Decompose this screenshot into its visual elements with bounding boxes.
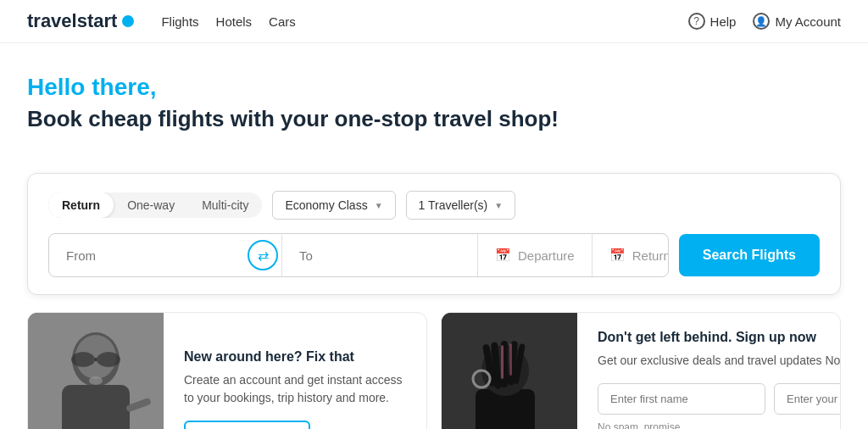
departure-calendar-icon: 📅 — [495, 248, 511, 263]
nav: Flights Hotels Cars — [161, 14, 295, 29]
svg-rect-17 — [501, 345, 504, 379]
help-button[interactable]: ? Help — [688, 13, 737, 30]
class-dropdown[interactable]: Economy Class ▼ — [272, 191, 395, 220]
svg-point-5 — [97, 352, 120, 367]
search-top: Return One-way Multi-city Economy Class … — [48, 191, 820, 220]
swap-icon: ⇄ — [258, 248, 269, 264]
no-spam-text: No spam, promise — [598, 421, 841, 429]
return-label: Return — [632, 248, 669, 263]
header-left: travelstart Flights Hotels Cars — [27, 10, 296, 32]
svg-point-7 — [89, 376, 103, 385]
travellers-chevron-icon: ▼ — [494, 201, 503, 210]
first-name-input[interactable] — [598, 383, 765, 415]
hero-greeting: Hello there, — [27, 74, 841, 101]
svg-point-4 — [71, 352, 95, 367]
search-row: ⇄ 📅 Departure 📅 Return Search Flights — [48, 233, 820, 277]
new-user-card-desc: Create an account and get instant access… — [184, 371, 406, 407]
logo-dot — [122, 15, 134, 27]
nav-cars[interactable]: Cars — [269, 14, 296, 29]
help-icon: ? — [688, 13, 705, 30]
email-input[interactable] — [774, 383, 841, 415]
svg-rect-2 — [62, 385, 130, 429]
trip-type-multicity[interactable]: Multi-city — [188, 192, 262, 218]
return-calendar-icon: 📅 — [609, 248, 626, 263]
from-input[interactable] — [49, 235, 244, 276]
account-icon: 👤 — [753, 13, 770, 30]
nav-hotels[interactable]: Hotels — [216, 14, 253, 29]
class-label: Economy Class — [285, 198, 367, 212]
search-flights-button[interactable]: Search Flights — [679, 234, 820, 276]
travellers-dropdown[interactable]: 1 Traveller(s) ▼ — [406, 191, 516, 220]
search-box: Return One-way Multi-city Economy Class … — [27, 173, 841, 295]
swap-button[interactable]: ⇄ — [248, 240, 278, 270]
signup-card-desc: Get our exclusive deals and travel updat… — [598, 352, 841, 370]
trip-type-return[interactable]: Return — [48, 192, 114, 218]
new-user-card-image — [28, 313, 164, 429]
cards-section: New around here? Fix that Create an acco… — [27, 312, 841, 429]
hero-section: Hello there, Book cheap flights with you… — [0, 43, 868, 173]
logo-text: travelstart — [27, 10, 117, 32]
new-user-card-content: New around here? Fix that Create an acco… — [164, 313, 426, 429]
departure-field[interactable]: 📅 Departure — [477, 234, 592, 276]
create-account-button[interactable]: Create account — [184, 421, 310, 429]
signup-card: Don't get left behind. Sign up now Get o… — [441, 312, 841, 429]
class-chevron-icon: ▼ — [375, 201, 383, 210]
new-user-card-title: New around here? Fix that — [184, 349, 406, 365]
new-user-card: New around here? Fix that Create an acco… — [27, 312, 427, 429]
help-label: Help — [710, 14, 737, 29]
account-label: My Account — [775, 14, 841, 29]
trip-type-oneway[interactable]: One-way — [114, 192, 188, 218]
hero-tagline: Book cheap flights with your one-stop tr… — [27, 106, 841, 132]
header: travelstart Flights Hotels Cars ? Help 👤… — [0, 0, 868, 43]
person1-illustration — [28, 313, 164, 429]
svg-rect-18 — [509, 343, 512, 376]
person2-illustration — [442, 313, 577, 429]
nav-flights[interactable]: Flights — [161, 14, 198, 29]
trip-type-group: Return One-way Multi-city — [48, 192, 262, 218]
travellers-label: 1 Traveller(s) — [419, 198, 488, 212]
return-field[interactable]: 📅 Return — [592, 234, 669, 276]
departure-label: Departure — [518, 248, 575, 263]
signup-card-form: Don't get left behind. Sign up now Get o… — [577, 313, 841, 429]
search-fields-wrapper: ⇄ 📅 Departure 📅 Return — [48, 233, 669, 277]
svg-rect-6 — [95, 358, 97, 361]
to-input[interactable] — [281, 235, 477, 276]
signup-card-image — [442, 313, 577, 429]
account-button[interactable]: 👤 My Account — [753, 13, 841, 30]
logo[interactable]: travelstart — [27, 10, 134, 32]
signup-card-title: Don't get left behind. Sign up now — [598, 330, 841, 345]
signup-form-row — [598, 383, 841, 415]
header-right: ? Help 👤 My Account — [688, 13, 841, 30]
